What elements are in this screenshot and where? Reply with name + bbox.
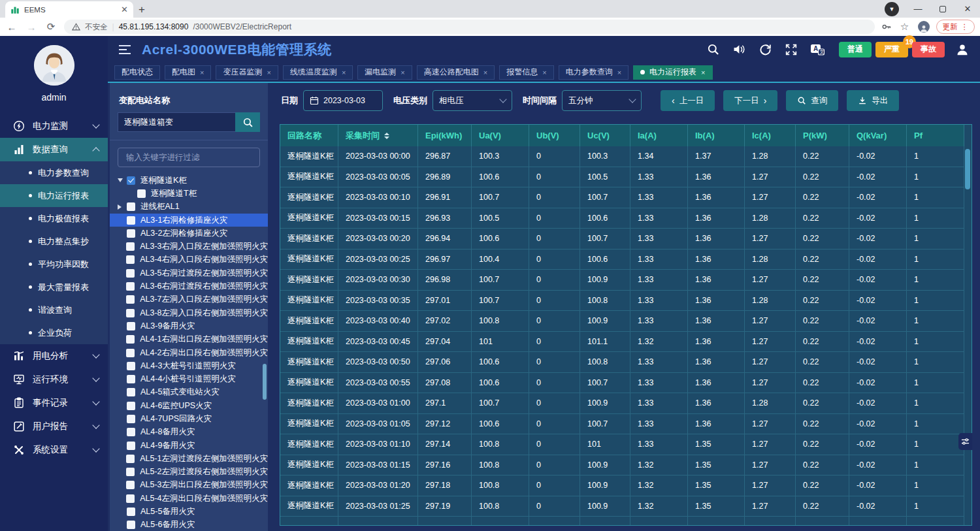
tree-node[interactable]: AL3-3右洞入口段左侧加强照明火灾 [110, 240, 268, 253]
tab-close-icon[interactable]: ✕ [121, 5, 128, 14]
tree-checkbox[interactable] [126, 481, 135, 489]
station-search-input[interactable] [118, 112, 235, 132]
workspace-tab[interactable]: 变压器监测× [216, 65, 278, 80]
tab-close-icon[interactable]: × [701, 69, 705, 76]
window-minimize-button[interactable]: — [906, 0, 930, 18]
tree-node[interactable]: AL4-3大桩号引道照明火灾 [110, 359, 268, 372]
tree-node[interactable]: 逐桐隧道K柜 [110, 174, 268, 187]
table-row[interactable]: 逐桐隧道K柜2023-03-03 00:50297.06100.60100.81… [280, 352, 964, 373]
table-row[interactable]: 逐桐隧道K柜2023-03-03 00:45297.041010101.11.3… [280, 332, 964, 353]
tree-checkbox[interactable] [127, 202, 135, 211]
tree-node[interactable]: AL4-2右洞出口段右侧加强照明火灾 [110, 346, 268, 359]
column-header[interactable]: Uc(V) [580, 125, 630, 146]
column-header[interactable]: Ic(A) [745, 125, 796, 146]
sidebar-item[interactable]: 用电分析 [0, 344, 108, 368]
translate-icon[interactable]: A文 [809, 41, 826, 58]
date-input[interactable]: 2023-03-03 [303, 90, 383, 111]
voltage-type-select[interactable]: 相电压 [433, 90, 512, 111]
tab-close-icon[interactable]: × [200, 69, 204, 76]
column-header[interactable]: Ib(A) [688, 125, 745, 146]
tree-checkbox[interactable] [126, 282, 135, 291]
column-header[interactable]: Q(kVar) [849, 125, 907, 146]
tree-node[interactable]: AL3-7左洞入口段左侧加强照明火灾 [110, 293, 268, 306]
sidebar-item[interactable]: 数据查询 [0, 138, 108, 161]
workspace-tab[interactable]: 电力运行报表× [633, 65, 712, 80]
tree-checkbox[interactable] [126, 349, 135, 357]
sidebar-subitem[interactable]: 谐波查询 [0, 298, 108, 321]
table-row[interactable]: 逐桐隧道K柜2023-03-03 00:10296.91100.70100.71… [280, 187, 964, 208]
tree-checkbox[interactable] [127, 442, 135, 450]
table-scrollbar[interactable] [965, 149, 970, 189]
tree-checkbox[interactable] [127, 388, 135, 396]
tree-checkbox[interactable] [127, 216, 135, 225]
reload-icon[interactable]: ⟳ [44, 21, 57, 33]
sort-icon[interactable] [384, 133, 389, 139]
tree-node[interactable]: AL3-8左洞入口段右侧加强照明火灾 [110, 306, 268, 319]
tree-checkbox[interactable] [127, 402, 135, 410]
table-row[interactable]: 逐桐隧道K柜2023-03-03 01:00297.1100.70100.91.… [280, 393, 964, 414]
query-button[interactable]: 查询 [786, 90, 838, 111]
fullscreen-icon[interactable] [783, 41, 800, 58]
workspace-tab[interactable]: 漏电监测× [357, 65, 412, 80]
forward-icon[interactable]: → [25, 22, 38, 33]
prev-day-button[interactable]: ‹ 上一日 [661, 90, 715, 111]
caret-right-icon[interactable] [118, 204, 127, 210]
tree-node[interactable]: AL4-4小桩号引道照明火灾 [110, 372, 268, 385]
tree-node[interactable]: AL3-5右洞过渡段左侧加强照明火灾 [110, 266, 268, 280]
tree-checkbox[interactable] [126, 295, 135, 304]
table-row[interactable]: 逐桐隧道K柜2023-03-03 01:25297.19100.80100.91… [280, 496, 964, 517]
sidebar-item[interactable]: 系统设置 [0, 438, 108, 462]
caret-down-icon[interactable] [118, 178, 127, 182]
search-icon[interactable] [704, 41, 721, 58]
tree-checkbox[interactable] [127, 322, 135, 330]
tab-close-icon[interactable]: × [617, 69, 621, 76]
tree-node[interactable]: AL4-1右洞出口段左侧加强照明火灾 [110, 333, 268, 346]
sidebar-item[interactable]: 电力监测 [0, 114, 108, 138]
tree-node[interactable]: AL3-2左洞检修插座火灾 [110, 227, 268, 240]
tree-node[interactable]: AL3-1右洞检修插座火灾 [110, 214, 268, 227]
sidebar-subitem[interactable]: 企业负荷 [0, 321, 108, 344]
tab-close-icon[interactable]: × [267, 69, 270, 76]
tree-checkbox[interactable] [127, 415, 135, 423]
table-row[interactable]: 逐桐隧道K柜2023-03-03 00:30296.98100.70100.91… [280, 270, 964, 291]
tree-checkbox[interactable] [127, 176, 135, 185]
tree-node[interactable]: AL4-7UPS回路火灾 [110, 412, 268, 425]
column-header[interactable]: Epi(kWh) [418, 125, 472, 146]
station-search-button[interactable] [235, 112, 260, 132]
tab-close-icon[interactable]: × [400, 69, 404, 76]
new-tab-button[interactable]: + [133, 1, 150, 18]
window-close-button[interactable]: ✕ [955, 0, 980, 18]
column-header[interactable]: Ub(V) [529, 125, 580, 146]
next-day-button[interactable]: 下一日 › [723, 90, 777, 111]
table-row[interactable]: 逐桐隧道K柜2023-03-03 01:10297.14100.801011.3… [280, 434, 964, 455]
tree-node[interactable]: 逐桐隧道T柜 [110, 187, 268, 200]
tree-node[interactable]: AL5-5备用火灾 [110, 505, 268, 518]
chrome-update-button[interactable]: 更新 ⋮ [936, 20, 975, 34]
tree-node[interactable]: AL3-6右洞过渡段右侧加强照明火灾 [110, 280, 268, 293]
tree-node[interactable]: AL3-9备用火灾 [110, 319, 268, 332]
tree-node[interactable]: AL5-3左洞出口段左侧加强照明火灾 [110, 479, 268, 492]
workspace-tab[interactable]: 电力参数查询× [559, 65, 629, 80]
column-header[interactable]: 回路名称 [280, 125, 338, 146]
sidebar-item[interactable]: 用户报告 [0, 415, 108, 438]
table-row[interactable]: 逐桐隧道K柜2023-03-03 01:15297.16100.80100.91… [280, 455, 964, 476]
tree-checkbox[interactable] [127, 375, 135, 383]
column-header[interactable]: P(kW) [796, 125, 849, 146]
sidebar-subitem[interactable]: 电力整点集抄 [0, 230, 108, 253]
tree-node[interactable]: AL4-8备用火灾 [110, 426, 268, 439]
table-row[interactable]: 逐桐隧道K柜2023-03-03 00:00296.87100.30100.31… [280, 146, 964, 167]
interval-select[interactable]: 五分钟 [562, 90, 642, 111]
workspace-tab[interactable]: 线缆温度监测× [283, 65, 353, 80]
alarm-badge-严重[interactable]: 严重19 [875, 42, 908, 57]
column-header[interactable]: Ia(A) [630, 125, 688, 146]
media-controls-button[interactable]: ▼ [885, 2, 899, 16]
table-row[interactable]: 逐桐隧道K柜2023-03-03 00:55297.08100.60100.71… [280, 373, 964, 394]
address-bar[interactable]: 不安全 | 45.81.195.134:8090/3000WEBV2/Elect… [64, 20, 875, 34]
tree-checkbox[interactable] [126, 494, 135, 503]
refresh-sync-icon[interactable] [757, 41, 774, 58]
tree-scrollbar[interactable] [263, 364, 267, 400]
table-row[interactable]: 逐桐隧道K柜2023-03-03 00:25296.97100.40100.61… [280, 249, 964, 270]
workspace-tab[interactable]: 配电状态 [114, 65, 160, 80]
tree-node[interactable]: 进线柜AL1 [110, 201, 268, 214]
tree-node[interactable]: AL5-4左洞出口段右侧加强照明火灾 [110, 492, 268, 505]
